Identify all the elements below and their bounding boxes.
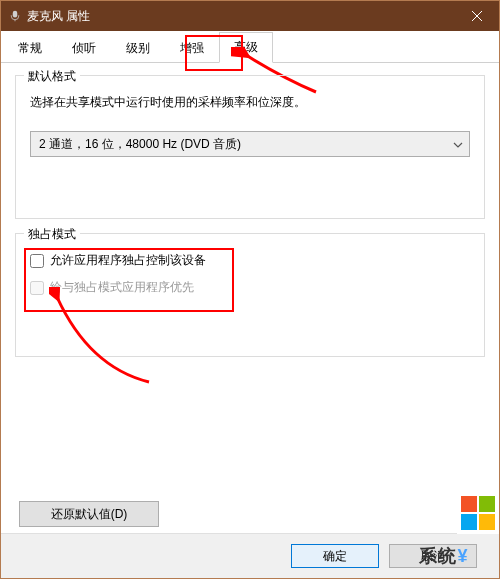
group-exclusive-mode: 独占模式 允许应用程序独占控制该设备 给与独占模式应用程序优先 <box>15 233 485 357</box>
close-button[interactable] <box>454 1 499 31</box>
sample-rate-select[interactable]: 2 通道，16 位，48000 Hz (DVD 音质) <box>30 131 470 157</box>
properties-dialog: 麦克风 属性 常规 侦听 级别 增强 高级 默认格式 选择在共享模式中运行时使用 <box>0 0 500 579</box>
checkbox-allow-exclusive-input[interactable] <box>30 254 44 268</box>
logo-tile-yellow <box>479 514 495 530</box>
default-format-description: 选择在共享模式中运行时使用的采样频率和位深度。 <box>30 94 470 111</box>
sample-rate-selected-value: 2 通道，16 位，48000 Hz (DVD 音质) <box>39 136 241 153</box>
checkbox-allow-exclusive-label: 允许应用程序独占控制该设备 <box>50 252 206 269</box>
chevron-down-icon <box>453 139 463 149</box>
checkbox-allow-exclusive[interactable]: 允许应用程序独占控制该设备 <box>30 252 470 269</box>
tab-general[interactable]: 常规 <box>3 33 57 63</box>
tab-level[interactable]: 级别 <box>111 33 165 63</box>
tab-content-advanced: 默认格式 选择在共享模式中运行时使用的采样频率和位深度。 2 通道，16 位，4… <box>1 63 499 383</box>
cancel-button[interactable]: 取消 <box>389 544 477 568</box>
window-title: 麦克风 属性 <box>27 8 90 25</box>
tab-strip: 常规 侦听 级别 增强 高级 <box>1 31 499 63</box>
group-default-format: 默认格式 选择在共享模式中运行时使用的采样频率和位深度。 2 通道，16 位，4… <box>15 75 485 219</box>
checkbox-exclusive-priority-input <box>30 281 44 295</box>
checkbox-exclusive-priority-label: 给与独占模式应用程序优先 <box>50 279 194 296</box>
group-default-format-title: 默认格式 <box>24 68 80 85</box>
restore-defaults-button[interactable]: 还原默认值(D) <box>19 501 159 527</box>
svg-rect-0 <box>13 11 18 18</box>
tab-listen[interactable]: 侦听 <box>57 33 111 63</box>
logo-tile-green <box>479 496 495 512</box>
microphone-icon <box>9 10 21 22</box>
ok-button[interactable]: 确定 <box>291 544 379 568</box>
group-exclusive-mode-title: 独占模式 <box>24 226 80 243</box>
logo-tile-blue <box>461 514 477 530</box>
checkbox-exclusive-priority: 给与独占模式应用程序优先 <box>30 279 470 296</box>
logo-tile-red <box>461 496 477 512</box>
titlebar: 麦克风 属性 <box>1 1 499 31</box>
watermark-logo-icon <box>457 492 499 534</box>
tab-enhance[interactable]: 增强 <box>165 33 219 63</box>
dialog-button-bar: 确定 取消 <box>1 533 499 578</box>
tab-advanced[interactable]: 高级 <box>219 32 273 63</box>
